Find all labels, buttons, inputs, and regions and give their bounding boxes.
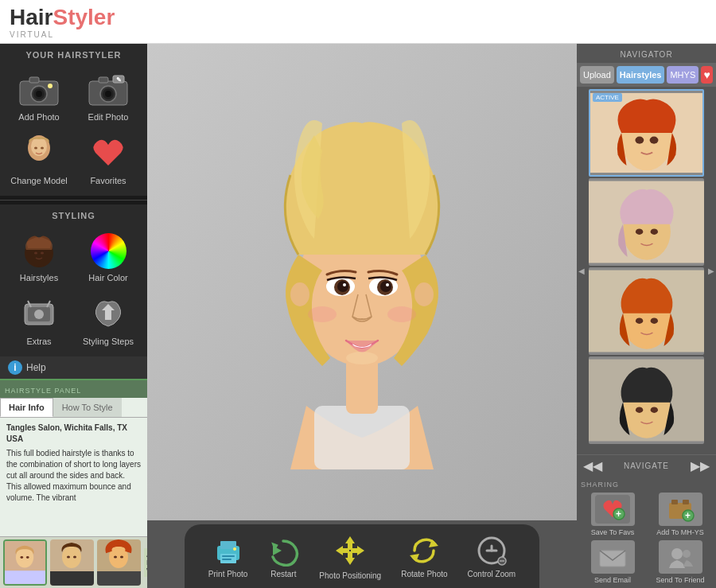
active-badge: ACTIVE [593,93,622,102]
panel-title: HAIRSTYLE PANEL [5,387,81,395]
svg-point-28 [26,556,29,559]
styling-section: STYLING Hairstyles [0,204,147,356]
svg-text:✎: ✎ [116,76,122,84]
send-email-button[interactable]: Send Email [581,540,644,584]
hair-description: This full bodied hairstyle is thanks to … [6,448,141,504]
style-thumb-3[interactable] [589,267,704,355]
thumbnail-2[interactable] [50,539,94,586]
hairstyles-button[interactable]: Hairstyles [6,227,72,286]
svg-text:+: + [685,510,691,521]
nav-prev-button[interactable]: ◀◀ [583,458,602,473]
nav-next-button[interactable]: ▶▶ [691,458,710,473]
share-grid: + Save To Favs + [581,493,712,584]
model-figure [227,95,497,469]
style-thumb-2[interactable] [589,178,704,266]
thumbnail-3[interactable] [97,539,141,586]
svg-rect-89 [683,500,689,504]
svg-point-69 [635,137,644,144]
style-thumb-4[interactable] [589,356,704,444]
svg-rect-59 [222,555,235,557]
add-to-mhys-button[interactable]: + Add To MH-YS [648,493,712,536]
print-photo-label: Print Photo [208,570,247,578]
svg-point-18 [34,252,37,255]
svg-point-19 [41,252,44,255]
svg-point-55 [346,352,378,364]
control-zoom-label: Control Zoom [468,570,516,578]
svg-rect-4 [29,77,39,83]
edit-photo-icon: ✎ [84,70,132,110]
navigator-title: NAVIGATOR [620,50,672,59]
rotate-photo-button[interactable]: Rotate Photo [401,535,447,578]
print-photo-button[interactable]: Print Photo [208,535,247,578]
svg-point-61 [233,547,236,551]
change-model-label: Change Model [10,176,68,185]
scroll-right[interactable]: ▶ [706,87,716,454]
svg-point-52 [386,283,389,286]
svg-point-27 [20,556,23,559]
favorites-button[interactable]: Favorites [76,130,141,189]
tab-how-to-style[interactable]: How To Style [53,398,122,417]
thumbnail-strip: Alternative, Medium, Wavy [0,536,147,588]
nav-tab-mhys[interactable]: MHYS [667,66,698,84]
print-icon [212,535,244,567]
svg-point-70 [650,137,659,144]
styling-steps-icon [84,294,132,334]
nav-tab-hairstyles[interactable]: Hairstyles [617,66,665,84]
help-bar: i Help [0,356,147,379]
send-to-friend-button[interactable]: Send To Friend [648,540,712,584]
edit-photo-label: Edit Photo [88,112,129,122]
hair-color-button[interactable]: Hair Color [76,227,141,286]
sharing-section: SHARING + Save To Favs [577,477,716,588]
styling-steps-label: Styling Steps [83,337,134,346]
nav-controls: ◀◀ NAVIGATE ▶▶ [577,454,716,477]
bottom-toolbar: Print Photo Restart [185,524,539,588]
svg-point-3 [36,91,42,97]
svg-rect-40 [314,406,410,469]
edit-photo-button[interactable]: ✎ Edit Photo [76,66,141,126]
scroll-left[interactable]: ◀ [577,87,586,454]
svg-point-53 [308,306,337,322]
hair-tabs: Hair Info How To Style [0,398,147,418]
main-area: YOUR HAIRSTYLER Add Photo [0,44,716,588]
hairstyle-panel: HAIRSTYLE PANEL Hair Info How To Style T… [0,379,147,536]
svg-rect-88 [671,500,678,504]
add-photo-button[interactable]: Add Photo [6,66,72,126]
photo-positioning-label: Photo Positioning [319,571,381,580]
style-thumb-1[interactable]: ACTIVE [589,89,704,177]
send-to-friend-icon [659,540,702,574]
add-to-mhys-icon: + [659,493,702,526]
tab-hair-info[interactable]: Hair Info [0,398,53,417]
send-to-friend-label: Send To Friend [656,576,705,584]
send-email-icon [591,540,635,574]
svg-point-44 [414,282,434,306]
navigate-label: NAVIGATE [624,461,669,470]
svg-rect-29 [5,570,45,584]
nav-tab-upload[interactable]: Upload [580,66,614,84]
svg-point-15 [34,147,37,150]
svg-point-54 [387,306,416,322]
change-model-button[interactable]: Change Model [6,130,72,189]
restart-button[interactable]: Restart [267,535,299,578]
extras-button[interactable]: Extras [6,290,72,350]
thumbnail-1[interactable] [3,539,47,586]
change-model-icon [15,134,63,173]
save-to-favs-button[interactable]: + Save To Favs [581,493,644,536]
right-panel: NAVIGATOR Upload Hairstyles MHYS ♥ ◀ ACT… [577,44,716,588]
styling-steps-button[interactable]: Styling Steps [76,290,141,350]
svg-point-38 [120,556,123,559]
save-to-favs-icon: + [591,493,635,526]
control-zoom-button[interactable]: Control Zoom [468,535,516,578]
nav-tabs: Upload Hairstyles MHYS ♥ [577,63,716,87]
panel-title-bar: HAIRSTYLE PANEL [0,380,147,398]
photo-positioning-button[interactable]: Photo Positioning [319,533,381,580]
svg-point-43 [290,282,309,306]
help-label[interactable]: Help [26,362,46,373]
styling-grid: Hairstyles Hair Color [6,227,141,350]
header: HairStyler VIRTUAL [0,0,716,44]
nav-tab-heart-button[interactable]: ♥ [701,66,713,84]
logo-virtual: VIRTUAL [10,30,115,39]
center-area: Print Photo Restart [147,44,577,588]
add-to-mhys-label: Add To MH-YS [656,528,703,536]
style-list-container: ◀ ACTIVE [577,87,716,454]
svg-point-78 [651,317,658,323]
